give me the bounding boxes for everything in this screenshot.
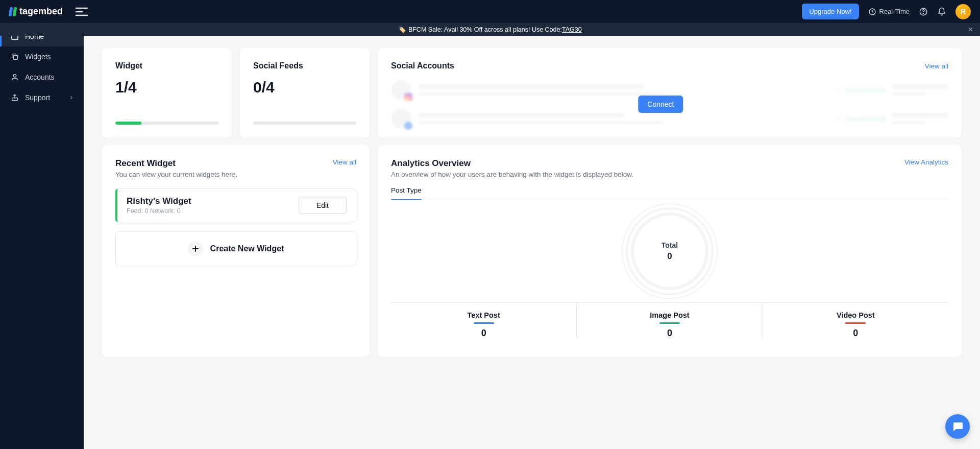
brand-name: tagembed (19, 6, 63, 17)
stats-row: Widget 1/4 Social Feeds 0/4 Social Accou… (102, 48, 962, 138)
chat-fab-button[interactable] (945, 414, 970, 439)
copy-icon (11, 53, 19, 61)
widget-progress (115, 122, 218, 125)
svg-point-7 (13, 75, 16, 77)
widget-list-item[interactable]: Rishty's Widget Feed: 0 Network: 0 Edit (115, 188, 356, 222)
post-type-stats: Text Post 0 Image Post 0 Video Post 0 (391, 302, 948, 339)
social-view-all-link[interactable]: View all (925, 62, 948, 70)
sidebar-item-accounts[interactable]: Accounts (0, 67, 84, 87)
sidebar-item-support[interactable]: Support (0, 87, 84, 108)
brand-logo[interactable]: tagembed (9, 6, 63, 17)
recent-widget-card: Recent Widget View all You can view your… (102, 145, 370, 357)
analytics-subtitle: An overview of how your users are behavi… (391, 171, 893, 178)
image-post-value: 0 (577, 328, 762, 339)
avatar-placeholder (391, 108, 411, 129)
chat-icon (951, 420, 964, 433)
avatar-placeholder (391, 80, 411, 100)
sidebar-item-widgets[interactable]: Widgets (0, 46, 84, 67)
help-icon[interactable] (919, 7, 928, 16)
analytics-card: Analytics Overview View Analytics An ove… (378, 145, 962, 357)
bell-icon[interactable] (937, 7, 946, 16)
banner-emoji: 🏷️ (398, 26, 406, 33)
menu-toggle-icon[interactable] (75, 7, 88, 17)
video-post-value: 0 (763, 328, 948, 339)
connect-button[interactable]: Connect (638, 96, 683, 113)
widget-stat-title: Widget (115, 61, 218, 70)
recent-subtitle: You can view your current widgets here. (115, 171, 356, 178)
connected-status: ✓ Connected (836, 85, 885, 94)
realtime-toggle[interactable]: Real-Time (868, 8, 910, 16)
analytics-title: Analytics Overview (391, 158, 471, 169)
recent-title: Recent Widget (115, 158, 176, 169)
video-post-stat: Video Post 0 (763, 303, 948, 339)
widget-stat-value: 1/4 (115, 79, 218, 122)
donut-total-label: Total (662, 241, 678, 249)
social-accounts-card: Social Accounts View all Connect ✓ Conne… (378, 48, 962, 138)
video-post-label: Video Post (763, 311, 948, 319)
top-bar: tagembed Upgrade Now! Real-Time R (0, 0, 980, 23)
donut-total-value: 0 (667, 251, 672, 262)
content-row: Recent Widget View all You can view your… (102, 145, 962, 357)
promo-banner: 🏷️ BFCM Sale: Avail 30% Off across all p… (0, 23, 980, 36)
feeds-stat-title: Social Feeds (253, 61, 356, 70)
banner-code[interactable]: TAG30 (562, 26, 582, 33)
tab-post-type[interactable]: Post Type (391, 186, 422, 200)
avatar[interactable]: R (955, 4, 971, 19)
svg-point-5 (923, 13, 923, 14)
widget-item-meta: Feed: 0 Network: 0 (127, 207, 191, 215)
banner-text: BFCM Sale: Avail 30% Off across all plan… (408, 26, 562, 33)
connected-status: ✓ Connected (836, 114, 885, 123)
clock-icon (868, 8, 876, 16)
instagram-icon (404, 93, 412, 101)
top-left: tagembed (9, 6, 88, 17)
sidebar-item-label: Accounts (25, 73, 55, 81)
close-icon[interactable]: × (968, 25, 973, 34)
realtime-label: Real-Time (879, 8, 910, 15)
sidebar-item-label: Widgets (25, 53, 51, 61)
create-widget-label: Create New Widget (210, 244, 284, 253)
sidebar: Home Widgets Accounts Support (0, 23, 84, 449)
widget-stat-card: Widget 1/4 (102, 48, 232, 138)
chevron-right-icon (68, 94, 75, 101)
recent-view-all-link[interactable]: View all (333, 158, 356, 166)
view-analytics-link[interactable]: View Analytics (904, 158, 948, 166)
widget-item-name: Rishty's Widget (127, 196, 191, 206)
facebook-icon (404, 122, 412, 130)
svg-rect-6 (13, 55, 17, 59)
feeds-stat-card: Social Feeds 0/4 (240, 48, 370, 138)
text-post-value: 0 (391, 328, 576, 339)
text-post-label: Text Post (391, 311, 576, 319)
feeds-progress (253, 122, 356, 125)
top-right: Upgrade Now! Real-Time R (802, 4, 971, 19)
upgrade-button[interactable]: Upgrade Now! (802, 4, 859, 19)
logo-mark-icon (9, 7, 16, 16)
create-widget-button[interactable]: Create New Widget (115, 231, 356, 266)
social-title: Social Accounts (391, 61, 454, 70)
image-post-label: Image Post (577, 311, 762, 319)
plus-icon (188, 241, 203, 256)
main-content: Widget 1/4 Social Feeds 0/4 Social Accou… (84, 36, 980, 369)
share-icon (11, 93, 19, 102)
text-post-stat: Text Post 0 (391, 303, 577, 339)
sidebar-item-label: Support (25, 93, 50, 102)
donut-chart: Total 0 (391, 216, 948, 287)
user-icon (11, 73, 19, 81)
feeds-stat-value: 0/4 (253, 79, 356, 122)
image-post-stat: Image Post 0 (577, 303, 763, 339)
edit-button[interactable]: Edit (299, 197, 347, 214)
